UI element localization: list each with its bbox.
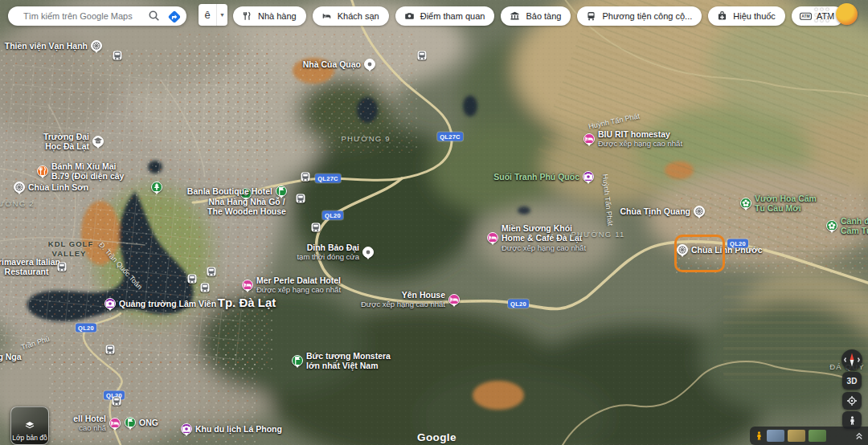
hotel-pin[interactable] — [448, 294, 460, 305]
camera-icon — [403, 11, 416, 21]
poi-label[interactable]: Quảng trường Lâm Viên — [119, 299, 216, 308]
museum-icon — [509, 11, 521, 21]
chip-label: Điểm tham quan — [420, 11, 485, 21]
poi-label[interactable]: Bức tượng Monsteralớn nhất Việt Nam — [306, 351, 391, 371]
poi-label[interactable]: BIU RIT homestayĐược xếp hạng cao nhất — [598, 129, 682, 149]
chip-restaurant[interactable]: Nhà hàng — [233, 6, 306, 26]
poi-label[interactable]: Chùa Tịnh Quang — [620, 206, 691, 216]
poi-label[interactable]: g Nga — [0, 352, 22, 361]
poi-label[interactable]: Cánh đồnCẩm Tú C — [841, 216, 868, 236]
hotel-icon — [321, 11, 333, 21]
flag-pin[interactable] — [125, 417, 136, 428]
chip-museum[interactable]: Bảo tàng — [501, 6, 571, 26]
tilt-3d-button[interactable]: 3D — [842, 372, 862, 390]
search-icon[interactable] — [148, 10, 161, 22]
chip-label: Hiệu thuốc — [733, 11, 776, 21]
flag-pin[interactable] — [292, 355, 303, 366]
my-location-button[interactable] — [842, 392, 862, 410]
chip-transit[interactable]: Phương tiện công cộ... — [577, 6, 702, 26]
imagery-bar[interactable] — [750, 427, 868, 445]
transit-station-icon[interactable] — [113, 397, 121, 406]
poi-label[interactable]: Khu du lịch Lá Phong — [195, 424, 282, 434]
poi-label[interactable]: Bánh Mì Xíu MạiB.79 (Đối diện cây — [51, 161, 124, 182]
layers-label: Lớp bản đồ — [11, 434, 48, 442]
transit-station-icon[interactable] — [58, 263, 67, 271]
dot-pin[interactable] — [364, 59, 375, 70]
pegman-icon[interactable] — [755, 431, 764, 441]
chip-label: Khách sạn — [338, 11, 379, 21]
flag-pin[interactable] — [276, 186, 287, 197]
dharma-wheel-pin[interactable] — [694, 206, 705, 217]
transit-station-icon[interactable] — [113, 51, 122, 60]
transit-station-icon[interactable] — [301, 173, 310, 182]
transit-station-icon[interactable] — [418, 51, 427, 60]
chip-label: Nhà hàng — [258, 11, 297, 21]
road-badge-ql20: QL20 — [727, 239, 748, 248]
poi-label[interactable]: Dinh Bảo Đạitạm thời đóng cửa — [297, 243, 359, 262]
flower-pin[interactable] — [826, 220, 837, 231]
hotel-pin[interactable] — [583, 133, 595, 145]
imagery-thumbnail[interactable] — [788, 430, 805, 442]
poi-label[interactable]: ell Hotelcao nhấ — [73, 414, 106, 433]
camera-pin[interactable] — [104, 298, 116, 309]
transit-station-icon[interactable] — [106, 345, 115, 354]
imagery-thumbnail[interactable] — [809, 430, 826, 442]
transit-station-icon[interactable] — [297, 194, 305, 203]
flower-pin[interactable] — [740, 198, 751, 209]
poi-label[interactable]: Nhà Hàng Nhà Gỗ /The Wooden House — [207, 197, 286, 217]
svg-text:ATM: ATM — [801, 14, 809, 18]
poi-label[interactable]: Nhà Của Quạo — [303, 59, 361, 69]
poi-label[interactable]: Thiền viện Vạn Hạnh — [5, 41, 88, 51]
pharmacy-icon — [716, 11, 728, 21]
area-label: VALLEY — [52, 249, 87, 258]
ime-char[interactable]: ê — [199, 4, 217, 26]
collapse-chevrons-icon[interactable] — [855, 431, 863, 441]
camera-pin[interactable] — [181, 423, 192, 435]
dot-pin[interactable] — [362, 247, 374, 258]
poi-label[interactable]: Mer Perle Dalat HotelĐược xếp hạng cao n… — [256, 276, 341, 295]
restaurant-pin[interactable] — [37, 165, 48, 177]
hotel-pin[interactable] — [487, 232, 498, 243]
hotel-pin[interactable] — [109, 418, 121, 429]
poi-label[interactable]: Primavera ItalianRestaurant — [0, 257, 60, 277]
imagery-thumbnail[interactable] — [767, 430, 784, 442]
poi-label[interactable]: Chùa Linh Sơn — [28, 182, 88, 192]
poi-label[interactable]: ONG — [139, 418, 158, 427]
school-pin[interactable] — [92, 136, 104, 147]
google-apps-grid-icon[interactable] — [814, 7, 830, 23]
input-method-selector[interactable]: ê ▼ — [199, 4, 227, 26]
account-avatar[interactable] — [836, 3, 858, 25]
map-layers-button[interactable]: Lớp bản đồ — [10, 406, 49, 445]
search-result-highlight-box — [674, 235, 725, 272]
compass-control[interactable] — [841, 349, 862, 370]
dharma-wheel-pin[interactable] — [14, 182, 25, 193]
area-label: PHƯỜNG 9 — [341, 134, 390, 143]
area-label: ƯỜNG 2 — [0, 199, 35, 208]
chip-camera[interactable]: Điểm tham quan — [395, 6, 495, 26]
chip-pharmacy[interactable]: Hiệu thuốc — [708, 6, 785, 26]
poi-label[interactable]: Banla Boutique Hotel — [187, 186, 272, 196]
transit-icon — [585, 11, 597, 21]
area-label: PHƯỜNG 11 — [571, 230, 624, 239]
transit-station-icon[interactable] — [207, 267, 216, 276]
area-label: KDL GOLF — [48, 239, 93, 248]
poi-label[interactable]: Trường ĐạiHọc Đà Lạt — [43, 132, 89, 152]
camera-pin[interactable] — [583, 171, 594, 182]
search-bar[interactable] — [8, 6, 186, 26]
poi-label[interactable]: Yên HouseĐược xếp hạng cao nhất — [361, 290, 445, 309]
road-badge-ql27c: QL27C — [437, 133, 463, 141]
street-label: Trần Phú — [20, 335, 51, 352]
directions-icon[interactable] — [167, 10, 180, 22]
dharma-wheel-pin[interactable] — [91, 40, 102, 51]
transit-station-icon[interactable] — [312, 223, 321, 232]
hotel-pin[interactable] — [242, 280, 253, 291]
search-input[interactable] — [22, 10, 141, 22]
chevron-down-icon[interactable]: ▼ — [217, 12, 227, 18]
chip-hotel[interactable]: Khách sạn — [313, 6, 389, 26]
transit-station-icon[interactable] — [201, 284, 210, 292]
transit-station-icon[interactable] — [188, 275, 197, 284]
tree-pin[interactable] — [151, 182, 162, 193]
poi-label[interactable]: Vườn Hoa CẩmTú Cầu Mới — [755, 194, 817, 214]
poi-label[interactable]: Suối Tranh Phú Quốc — [493, 172, 579, 182]
chip-label: Phương tiện công cộ... — [602, 11, 692, 21]
